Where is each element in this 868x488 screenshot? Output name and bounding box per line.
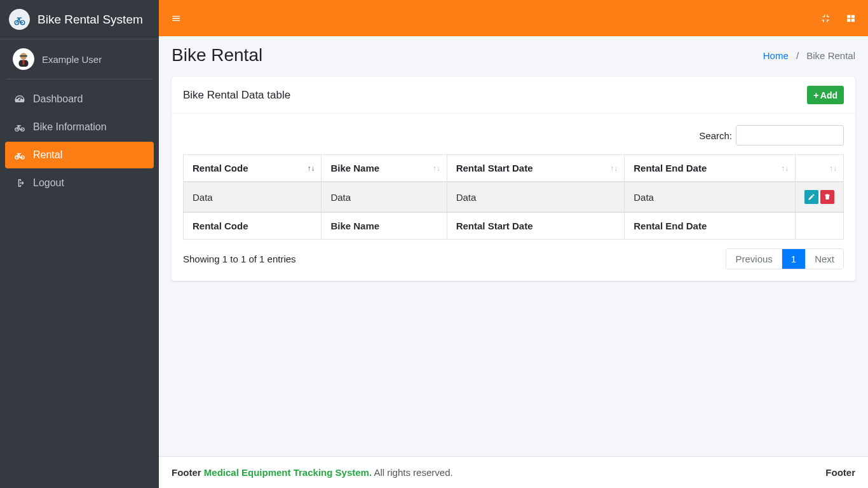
pagination: Previous 1 Next	[726, 248, 844, 269]
sort-icon: ↑↓	[610, 164, 618, 173]
user-name: Example User	[42, 54, 102, 65]
brand-logo-icon	[9, 9, 30, 30]
fullscreen-button[interactable]	[818, 11, 832, 25]
sidebar-item-dashboard[interactable]: Dashboard	[5, 86, 154, 112]
pagination-next[interactable]: Next	[806, 249, 843, 269]
footer: Footer Medical Equipment Tracking System…	[159, 456, 868, 488]
foot-bike-name: Bike Name	[322, 212, 447, 240]
breadcrumb: Home / Bike Rental	[763, 50, 855, 61]
card-header: Bike Rental Data table +Add	[172, 77, 855, 114]
table-row: Data Data Data Data	[184, 182, 844, 212]
avatar-icon	[13, 48, 34, 70]
sort-icon: ↑↓	[781, 164, 789, 173]
svg-rect-6	[20, 55, 27, 57]
bars-icon	[171, 13, 181, 24]
cell-start-date: Data	[447, 182, 625, 212]
bicycle-icon	[13, 148, 27, 162]
cell-rental-code: Data	[184, 182, 322, 212]
data-table: Rental Code↑↓ Bike Name↑↓ Rental Start D…	[183, 154, 844, 240]
main: Bike Rental Home / Bike Rental Bike Rent…	[159, 0, 868, 488]
pencil-icon	[808, 193, 815, 201]
card-title: Bike Rental Data table	[183, 89, 290, 102]
col-actions[interactable]: ↑↓	[796, 155, 844, 182]
topbar	[159, 0, 868, 36]
card: Bike Rental Data table +Add Search: Rent…	[172, 77, 855, 281]
search-label: Search:	[699, 130, 732, 141]
card-body: Search: Rental Code↑↓ Bike Name↑↓ Rental…	[172, 114, 855, 281]
bicycle-icon	[13, 120, 27, 134]
th-large-icon	[846, 13, 856, 24]
cell-bike-name: Data	[322, 182, 447, 212]
sidebar-item-rental[interactable]: Rental	[5, 142, 154, 168]
page-title: Bike Rental	[172, 45, 262, 65]
pagination-page-1[interactable]: 1	[782, 249, 806, 269]
foot-rental-code: Rental Code	[184, 212, 322, 240]
footer-right: Footer	[825, 467, 855, 478]
foot-actions	[796, 212, 844, 240]
col-start-date[interactable]: Rental Start Date↑↓	[447, 155, 625, 182]
sidebar-item-label: Rental	[33, 149, 62, 161]
user-panel[interactable]: Example User	[6, 39, 153, 79]
cell-end-date: Data	[625, 182, 796, 212]
sidebar-item-label: Logout	[33, 177, 64, 189]
content: Bike Rental Data table +Add Search: Rent…	[159, 77, 868, 456]
svg-rect-11	[847, 15, 850, 18]
content-header: Bike Rental Home / Bike Rental	[159, 36, 868, 77]
svg-rect-5	[23, 60, 25, 65]
sort-icon: ↑↓	[433, 164, 440, 173]
cell-actions	[796, 182, 844, 212]
edit-button[interactable]	[804, 190, 818, 204]
sort-icon: ↑↓	[829, 164, 837, 173]
search-input[interactable]	[736, 125, 844, 146]
breadcrumb-current: Bike Rental	[806, 50, 855, 61]
table-info: Showing 1 to 1 of 1 entries	[183, 254, 296, 264]
footer-left: Footer Medical Equipment Tracking System…	[172, 467, 453, 478]
trash-icon	[824, 193, 831, 201]
nav: Dashboard Bike Information Rental Logout	[0, 79, 159, 204]
svg-rect-13	[847, 18, 850, 22]
foot-start-date: Rental Start Date	[447, 212, 625, 240]
search-row: Search:	[183, 125, 844, 146]
svg-rect-12	[851, 15, 855, 18]
sort-icon: ↑↓	[307, 164, 315, 173]
breadcrumb-separator: /	[796, 50, 799, 61]
col-bike-name[interactable]: Bike Name↑↓	[322, 155, 447, 182]
plus-icon: +	[813, 90, 819, 100]
add-button-label: Add	[820, 90, 837, 100]
breadcrumb-home-link[interactable]: Home	[763, 50, 789, 61]
sidebar-item-logout[interactable]: Logout	[5, 170, 154, 196]
brand[interactable]: Bike Rental System	[0, 0, 159, 39]
table-footer: Showing 1 to 1 of 1 entries Previous 1 N…	[183, 248, 844, 269]
footer-suffix: All rights reserved.	[372, 467, 453, 478]
sign-out-icon	[13, 176, 27, 190]
brand-title: Bike Rental System	[37, 13, 143, 27]
tachometer-icon	[13, 92, 27, 106]
sidebar-item-label: Bike Information	[33, 121, 107, 133]
compress-icon	[820, 13, 831, 24]
svg-rect-14	[851, 18, 855, 22]
col-rental-code[interactable]: Rental Code↑↓	[184, 155, 322, 182]
delete-button[interactable]	[820, 190, 834, 204]
col-end-date[interactable]: Rental End Date↑↓	[625, 155, 796, 182]
sidebar-item-label: Dashboard	[33, 93, 83, 105]
sidebar: Bike Rental System Example User Dashboar…	[0, 0, 159, 488]
menu-toggle-button[interactable]	[169, 11, 183, 25]
add-button[interactable]: +Add	[807, 86, 844, 104]
pagination-prev[interactable]: Previous	[726, 249, 782, 269]
sidebar-item-bike-information[interactable]: Bike Information	[5, 114, 154, 140]
footer-prefix: Footer	[172, 467, 204, 478]
grid-button[interactable]	[844, 11, 858, 25]
footer-link[interactable]: Medical Equipment Tracking System.	[204, 467, 372, 478]
foot-end-date: Rental End Date	[625, 212, 796, 240]
